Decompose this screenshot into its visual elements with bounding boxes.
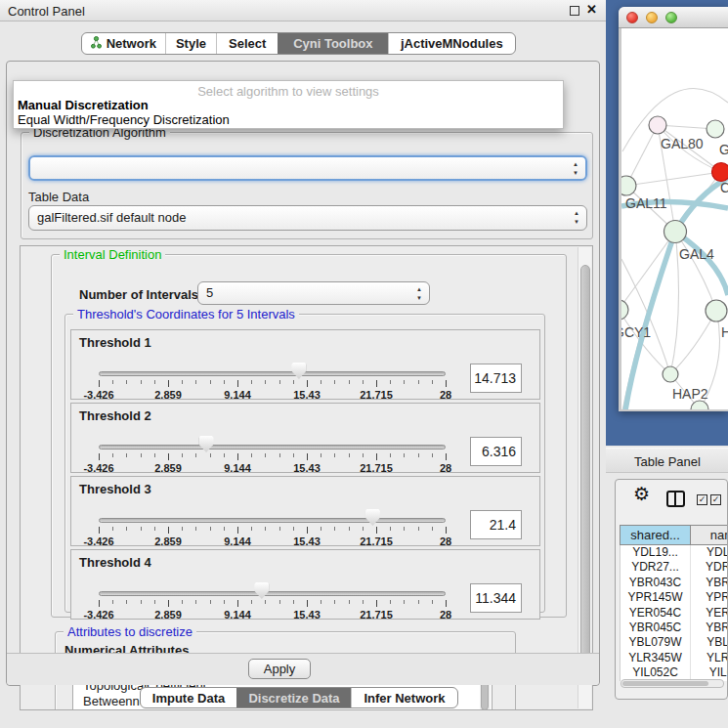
major-tick [307, 380, 308, 387]
cell-shared-name: YER054C [621, 606, 691, 621]
table-row[interactable]: YDR27...YDR2... [621, 560, 728, 575]
minor-tick [321, 600, 321, 604]
threshold-slider-thumb[interactable] [254, 582, 269, 599]
network-canvas[interactable]: GAL80GACGAL11GAL4GCY1HHAP2 [621, 28, 728, 409]
dropdown-item-equal-width-frequency[interactable]: Equal Width/Frequency Discretization [14, 112, 563, 127]
apply-button[interactable]: Apply [248, 659, 311, 679]
minimize-traffic-light-icon[interactable] [646, 12, 658, 23]
bottom-tab-bar: Impute DataDiscretize DataInfer Network [140, 687, 458, 708]
cell-name: YDR2... [691, 560, 728, 575]
minor-tick [112, 380, 113, 384]
threshold-value-field[interactable]: 14.713 [470, 364, 522, 393]
cell-shared-name: YBR045C [621, 621, 691, 635]
network-node[interactable] [663, 366, 678, 382]
network-edge[interactable] [670, 311, 716, 374]
threshold-slider-track[interactable] [99, 518, 446, 523]
threshold-slider-track[interactable] [99, 445, 446, 450]
tab-jactivemnodules[interactable]: jActiveMNodules [388, 33, 515, 54]
network-node[interactable] [707, 120, 724, 138]
minor-tick [112, 453, 113, 457]
tab-discretize-data[interactable]: Discretize Data [236, 688, 351, 707]
network-node[interactable] [664, 221, 687, 243]
table-row[interactable]: YBL079WYBL0... [621, 635, 728, 650]
minor-tick [251, 453, 252, 457]
checkbox-icon[interactable]: ✓ [710, 494, 721, 505]
cell-shared-name: YBR043C [621, 576, 691, 590]
tab-infer-network[interactable]: Infer Network [351, 688, 457, 707]
threshold-slider-thumb[interactable] [291, 363, 306, 379]
threshold-value-field[interactable]: 11.344 [470, 583, 522, 613]
network-node-label: HAP2 [672, 386, 708, 402]
threshold-value-field[interactable]: 6.316 [470, 437, 522, 466]
main-vertical-scrollbar[interactable] [578, 247, 591, 708]
minor-tick [154, 527, 155, 531]
table-row[interactable]: YLR345WYLR3... [621, 651, 728, 665]
number-of-intervals-combobox[interactable]: 5 ▲▼ [197, 281, 430, 305]
network-edge[interactable] [675, 232, 716, 311]
table-row[interactable]: YPR145WYPR1... [621, 590, 728, 605]
minor-tick [432, 380, 433, 384]
threshold-slider-thumb[interactable] [199, 436, 214, 452]
gear-icon[interactable]: ⚙ [633, 483, 650, 505]
table-row[interactable]: YBR045CYBR0... [621, 621, 728, 635]
tab-impute-data[interactable]: Impute Data [141, 688, 236, 707]
threshold-value-field[interactable]: 21.4 [470, 510, 522, 539]
table-row[interactable]: YER054CYER0... [621, 606, 728, 621]
minor-tick [432, 527, 433, 531]
network-edge-thick[interactable] [675, 232, 728, 295]
threshold-panel: Threshold 2-3.4262.8599.14415.4321.71528… [70, 403, 540, 473]
network-edge[interactable] [670, 232, 679, 374]
network-node[interactable] [712, 163, 728, 182]
network-frame: GAL80GACGAL11GAL4GCY1HHAP2 [606, 0, 728, 446]
attributes-group-title: Attributes to discretize [64, 624, 196, 639]
close-traffic-light-icon[interactable] [626, 12, 638, 23]
tab-network[interactable]: Network [82, 33, 165, 54]
zoom-traffic-light-icon[interactable] [665, 12, 677, 23]
tab-cyni-toolbox[interactable]: Cyni Toolbox [278, 33, 387, 54]
network-node[interactable] [706, 300, 727, 321]
threshold-slider-thumb[interactable] [365, 509, 380, 526]
threshold-slider-track[interactable] [99, 591, 446, 596]
minor-tick [418, 453, 419, 457]
network-node-label: GAL11 [625, 195, 667, 211]
table-horizontal-scrollbar[interactable] [621, 679, 724, 688]
threshold-slider-track[interactable] [99, 371, 446, 376]
tab-style[interactable]: Style [165, 33, 217, 54]
scrollbar-thumb[interactable] [580, 265, 590, 683]
major-tick [307, 600, 308, 607]
network-node[interactable] [621, 176, 636, 195]
network-node[interactable] [621, 300, 628, 320]
minor-tick [418, 527, 419, 531]
tick-label: 15.43 [293, 389, 321, 401]
split-pane-icon[interactable] [666, 491, 685, 507]
minor-tick [321, 380, 321, 384]
node-attribute-table: shared... name YDL19...YDL1...YDR27...YD… [620, 525, 728, 681]
checkbox-icon[interactable]: ✓ [697, 494, 707, 505]
minor-tick [279, 600, 280, 604]
table-data-combobox[interactable]: galFiltered.sif default node ▲▼ [28, 205, 587, 231]
table-panel: ⚙ ✓ ✓ shared... name YDL19...YDL1...YDR2… [615, 479, 728, 700]
network-edge[interactable] [626, 172, 721, 186]
minor-tick [141, 453, 142, 457]
table-row[interactable]: YBR043CYBR0... [621, 576, 728, 590]
major-tick [237, 600, 238, 607]
float-icon[interactable] [570, 6, 579, 16]
tick-label: -3.426 [83, 462, 113, 474]
column-header-shared-name[interactable]: shared... [621, 526, 691, 544]
minor-tick [334, 527, 335, 531]
table-data-label: Table Data [28, 190, 89, 204]
minor-tick [279, 453, 280, 457]
minor-tick [210, 453, 211, 457]
tab-select[interactable]: Select [216, 33, 278, 54]
algorithm-combobox[interactable]: ▲▼ [28, 155, 587, 181]
close-icon[interactable]: ✕ [586, 2, 597, 17]
network-node[interactable] [649, 116, 666, 134]
tick-label: 28 [440, 609, 451, 621]
dropdown-item-manual-discretization[interactable]: Manual Discretization [14, 98, 563, 112]
tick-label: 9.144 [224, 609, 251, 621]
column-header-name[interactable]: name [691, 526, 728, 544]
major-tick [168, 453, 169, 460]
scrollbar-thumb[interactable] [622, 681, 708, 686]
network-edge[interactable] [621, 232, 675, 310]
table-row[interactable]: YDL19...YDL1... [621, 545, 728, 560]
